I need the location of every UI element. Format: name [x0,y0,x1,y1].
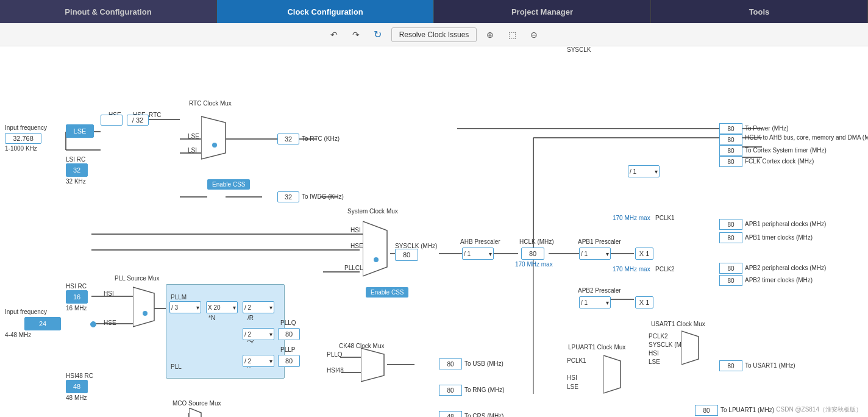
tab-project[interactable]: Project Manager [434,0,651,23]
lpuart1-mux-label: LPUART1 Clock Mux [568,344,625,351]
undo-button[interactable]: ↶ [326,27,343,42]
hsi-sys-label: HSI [350,227,361,233]
lsi-value: 32 [66,163,88,177]
lsi-mux-label: LSI [188,147,197,154]
lpuart1-mux-shape [603,352,623,396]
pllm-select[interactable]: / 3 ▾ [169,301,201,313]
svg-point-45 [374,257,379,262]
refresh-button[interactable]: ↻ [369,27,386,42]
to-crs-label: To CRS (MHz) [464,413,503,417]
apb2-label: APB2 Prescaler [578,287,621,294]
out-apb1-periph: 80 [719,219,742,230]
sysclk-val: 80 [395,249,418,261]
pllr-label: /R [247,315,254,321]
svg-point-47 [143,311,148,316]
out-lpuart1: 80 [695,405,718,416]
div32-box: / 32 [127,115,149,126]
pclk2-label: PCLK2 [655,266,675,273]
tab-clock[interactable]: Clock Configuration [217,0,434,23]
svg-marker-44 [363,221,387,276]
hse-rtc-box [101,115,123,126]
out-usart1: 80 [719,360,742,371]
hsi48-value: 48 [66,380,88,393]
svg-marker-52 [681,331,699,365]
to-iwdg-val: 32 [277,191,299,202]
hse-block[interactable]: 24 [24,317,61,330]
pclk1-lpu: PCLK1 [567,357,586,364]
svg-marker-49 [189,408,201,417]
pllp-select[interactable]: / 2 ▾ [243,355,274,367]
fit-button[interactable]: ⬚ [503,27,521,42]
pclk1-max: 170 MHz max [613,215,650,221]
out-ahb: 80 [719,134,742,145]
out-apb2-timer: 80 [719,275,742,286]
mco-mux-shape [189,408,202,417]
freq-range-label: 1-1000 KHz [5,145,37,152]
zoom-in-button[interactable]: ⊕ [482,27,499,42]
lsi-khz-label: 32 KHz [66,178,86,185]
hsi-rc-label: HSI RC [66,283,87,290]
plln-label: *N [208,315,215,321]
to-rtc-val: 32 [277,134,299,144]
resolve-clock-button[interactable]: Resolve Clock Issues [391,27,477,42]
pclk2-max: 170 MHz max [613,266,650,273]
hsi-lpu: HSI [567,374,577,381]
enable-css-button-main[interactable]: Enable CSS [366,287,408,298]
x1-apb2: X 1 [635,296,653,308]
lse-u1: LSE [649,358,660,365]
tab-tools[interactable]: Tools [651,0,868,23]
apb1-select[interactable]: / 1 ▾ [579,248,611,260]
hclk-max: 170 MHz max [515,261,553,268]
sys-mux-label: System Clock Mux [347,208,398,215]
apb2-select[interactable]: / 1 ▾ [579,296,611,308]
div1-right[interactable]: / 1 ▾ [628,165,660,177]
diagram-area: Input frequency 32.768 1-1000 KHz LSE LS… [0,46,868,417]
ck48-mux-shape [361,345,391,385]
to-ahb-label: HCLK to AHB bus, core, memory and DMA (M… [745,134,868,141]
redo-button[interactable]: ↷ [347,27,365,42]
out-rng: 80 [439,385,462,396]
apb1-timer-label: APB1 timer clocks (MHz) [745,234,813,241]
out-crs: 48 [439,411,462,417]
svg-marker-42 [201,116,226,159]
to-iwdg-label: To IWDG (KHz) [302,193,344,200]
hsi-u1: HSI [649,350,659,357]
input-freq-value[interactable]: 32.768 [5,133,41,144]
hse-mhz-label: 4-48 MHz [5,332,31,338]
lse-block[interactable]: LSE [66,124,94,138]
zoom-out-button[interactable]: ⊖ [525,27,542,42]
pllp-label2: PLLP [280,346,295,353]
pclk1-label: PCLK1 [655,215,675,221]
ahb-select[interactable]: / 1 ▾ [462,248,494,260]
to-usb-label: To USB (MHz) [464,360,503,367]
hsi-mhz-label: 16 MHz [66,305,87,312]
hclk-label: HCLK (MHz) [519,238,554,245]
lsi-rc-label: LSI RC [66,156,85,163]
plln-select[interactable]: X 20 ▾ [206,301,238,313]
hclk-val: 80 [521,248,544,260]
svg-point-43 [212,143,217,148]
tab-pinout[interactable]: Pinout & Configuration [0,0,217,23]
lse-mux-label: LSE [188,133,199,140]
pllq-ck48-label: PLLQ [327,351,343,358]
out-apb2-periph: 80 [719,263,742,274]
hsi-pll-label: HSI [104,290,114,297]
hse-sys-label: HSE [350,243,363,249]
lse-lpu: LSE [567,383,578,390]
x1-apb1: X 1 [635,248,653,260]
out-power: 80 [719,123,742,134]
hsi48-ck48-label: HSI48 [327,367,344,374]
hse-radio[interactable] [90,321,96,327]
to-power-label: To Power (MHz) [745,125,789,132]
pllq-select[interactable]: / 2 ▾ [243,328,274,340]
pllp-out: 80 [278,355,300,367]
out-usb: 80 [439,358,462,369]
input-freq2-label: Input frequency [5,308,47,315]
to-rtc-label: To RTC (KHz) [302,135,340,142]
mco-mux-label: MCO Source Mux [173,400,221,407]
apb1-label: APB1 Prescaler [578,238,621,245]
pllr-select[interactable]: / 2 ▾ [243,301,274,313]
pll-src-mux-label: PLL Source Mux [115,275,160,282]
enable-css-button-top[interactable]: Enable CSS [207,179,250,190]
hse-pll-label: HSE [104,319,116,326]
